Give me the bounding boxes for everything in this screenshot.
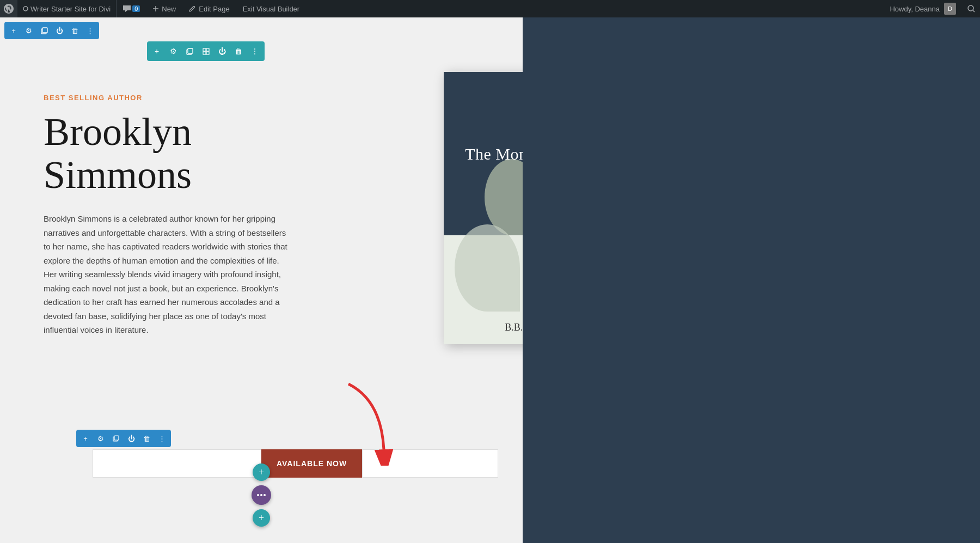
author-bio: Brooklyn Simmons is a celebrated author …: [44, 212, 289, 337]
svg-point-1: [968, 5, 973, 11]
settings-cta-button[interactable]: ⚙: [94, 431, 108, 446]
search-button[interactable]: [963, 0, 980, 17]
svg-rect-12: [114, 436, 119, 440]
grid-section-button[interactable]: [198, 44, 213, 59]
svg-point-14: [260, 494, 262, 496]
page-wrapper: + ⚙ ⏻ 🗑 ⋮ + ⚙ ⏻ 🗑 ⋮ BEST SELLING AUTH: [0, 17, 980, 543]
cta-input[interactable]: [93, 449, 261, 478]
power-cta-button[interactable]: ⏻: [124, 431, 138, 446]
admin-site-name[interactable]: Writer Starter Site for Divi: [17, 0, 117, 17]
svg-point-15: [264, 494, 266, 496]
left-panel: + ⚙ ⏻ 🗑 ⋮ + ⚙ ⏻ 🗑 ⋮ BEST SELLING AUTH: [0, 17, 523, 543]
admin-bar: Writer Starter Site for Divi 0 New Edit …: [0, 0, 980, 17]
add-section-button[interactable]: +: [149, 44, 164, 59]
wordpress-logo[interactable]: [0, 0, 17, 17]
add-module-button[interactable]: +: [7, 23, 21, 38]
fab-container: + +: [252, 463, 271, 527]
add-cta-button[interactable]: +: [78, 431, 93, 446]
delete-section-button[interactable]: 🗑: [231, 44, 246, 59]
more-section-button[interactable]: ⋮: [247, 44, 262, 59]
wing-left: [485, 159, 523, 235]
avatar: D: [944, 3, 956, 15]
module-toolbar-topleft[interactable]: + ⚙ ⏻ 🗑 ⋮: [4, 22, 99, 39]
user-menu[interactable]: Howdy, Deanna D: [883, 3, 963, 15]
svg-rect-8: [203, 52, 206, 54]
section-toolbar[interactable]: + ⚙ ⏻ 🗑 ⋮: [147, 41, 265, 61]
duplicate-section-button[interactable]: [182, 44, 197, 59]
svg-rect-3: [42, 28, 47, 33]
svg-rect-5: [188, 48, 193, 53]
content-section: BEST SELLING AUTHOR BrooklynSimmons Broo…: [0, 17, 436, 370]
comment-count: 0: [132, 5, 140, 12]
fab-teal-bottom[interactable]: +: [253, 509, 270, 527]
new-button[interactable]: New: [146, 0, 182, 17]
cta-controls: AVAILABLE NOW: [93, 449, 498, 478]
red-arrow: [338, 379, 403, 466]
book-cover-top: The Monarch Effect: [444, 72, 523, 235]
new-label: New: [162, 5, 176, 13]
book-cover-bottom: B.B. Simmons: [444, 235, 523, 344]
svg-rect-6: [203, 48, 206, 51]
fab-teal-top[interactable]: +: [253, 463, 270, 481]
delete-cta-button[interactable]: 🗑: [139, 431, 154, 446]
book-title: The Monarch Effect: [465, 143, 523, 164]
book-author: B.B. Simmons: [505, 322, 523, 333]
duplicate-cta-button[interactable]: [109, 431, 123, 446]
comments-button[interactable]: 0: [117, 0, 146, 17]
edit-page-button[interactable]: Edit Page: [182, 0, 236, 17]
svg-point-0: [23, 7, 28, 11]
book-cover: The Monarch Effect B.B. Simmons: [444, 72, 523, 344]
svg-point-13: [257, 494, 259, 496]
module-toolbar-bottom[interactable]: + ⚙ ⏻ 🗑 ⋮: [76, 430, 171, 447]
exit-builder-label: Exit Visual Builder: [243, 5, 300, 13]
delete-module-button[interactable]: 🗑: [68, 23, 82, 38]
svg-rect-9: [206, 52, 209, 54]
subtitle: BEST SELLING AUTHOR: [44, 94, 392, 102]
howdy-label: Howdy, Deanna: [890, 5, 940, 13]
author-name: BrooklynSimmons: [44, 111, 392, 197]
power-section-button[interactable]: ⏻: [215, 44, 230, 59]
fab-purple[interactable]: [252, 485, 271, 505]
exit-builder-button[interactable]: Exit Visual Builder: [236, 0, 307, 17]
power-module-button[interactable]: ⏻: [52, 23, 66, 38]
settings-section-button[interactable]: ⚙: [166, 44, 181, 59]
site-name-label: Writer Starter Site for Divi: [30, 5, 111, 13]
right-panel: [523, 17, 980, 543]
svg-rect-7: [206, 48, 209, 51]
edit-page-label: Edit Page: [199, 5, 229, 13]
duplicate-module-button[interactable]: [37, 23, 51, 38]
wing-bottom-left: [455, 224, 520, 312]
more-cta-button[interactable]: ⋮: [155, 431, 169, 446]
more-module-button[interactable]: ⋮: [83, 23, 97, 38]
settings-module-button[interactable]: ⚙: [22, 23, 36, 38]
red-arrow-container: [338, 379, 403, 468]
